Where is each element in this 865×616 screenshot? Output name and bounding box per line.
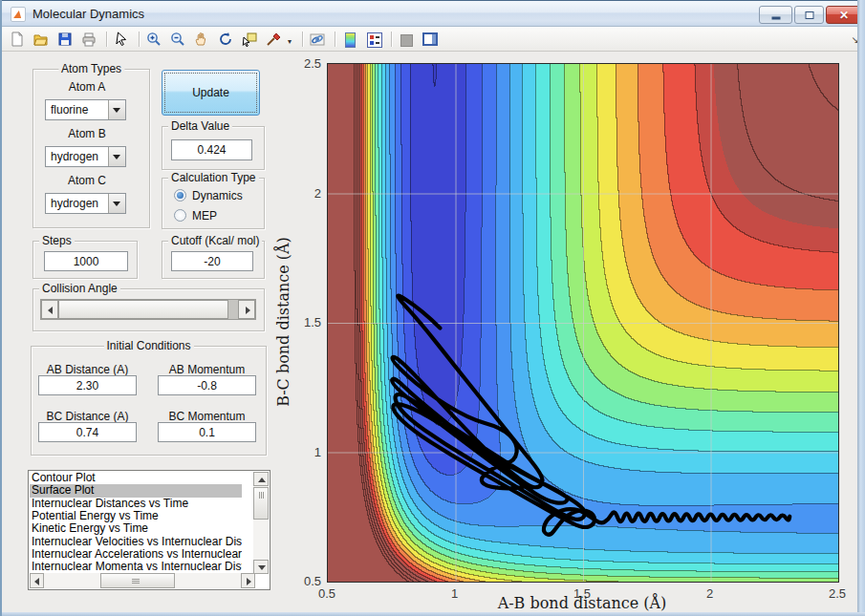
x-tick-label: 2 bbox=[706, 586, 713, 601]
dropdown-arrow-icon[interactable] bbox=[108, 194, 125, 213]
app-window: Molecular Dynamics ✕ ▾↘ Atom Types Atom … bbox=[0, 0, 865, 616]
cutoff-title: Cutoff (Kcal/ mol) bbox=[168, 234, 262, 247]
toolbar-separator bbox=[106, 32, 107, 47]
atom-types-title: Atom Types bbox=[58, 62, 124, 75]
x-tick-label: 1 bbox=[451, 586, 458, 601]
init-label: AB Momentum bbox=[158, 363, 256, 376]
radio-mep[interactable] bbox=[174, 209, 186, 222]
dropdown-arrow-icon[interactable] bbox=[108, 147, 125, 166]
atom-c-dropdown[interactable]: hydrogen bbox=[45, 193, 126, 214]
list-item[interactable]: Potential Energy vs Time bbox=[30, 510, 242, 522]
init-label: BC Momentum bbox=[158, 410, 256, 423]
atom-a-label: Atom A bbox=[47, 80, 127, 94]
init-label: AB Distance (A) bbox=[38, 363, 137, 376]
scroll-left-arrow[interactable] bbox=[30, 573, 44, 588]
listbox-vscrollbar[interactable] bbox=[253, 472, 269, 574]
pes-contour-canvas[interactable] bbox=[327, 63, 839, 583]
vscroll-thumb[interactable] bbox=[253, 487, 269, 520]
data-cursor-icon[interactable] bbox=[240, 30, 259, 49]
slider-thumb[interactable] bbox=[58, 300, 228, 319]
slider-right-arrow[interactable] bbox=[238, 300, 255, 319]
list-item[interactable]: Internuclear Accelerations vs Internucle… bbox=[30, 548, 242, 561]
y-tick-label: 2.5 bbox=[304, 56, 321, 71]
new-document-icon[interactable] bbox=[8, 30, 27, 49]
plot-type-listbox[interactable]: Contour PlotSurface PlotInternuclear Dis… bbox=[28, 470, 270, 590]
init-label: BC Distance (A) bbox=[38, 410, 137, 423]
brush-icon[interactable] bbox=[264, 30, 283, 49]
atom-b-dropdown[interactable]: hydrogen bbox=[45, 146, 126, 167]
pes-plot: 0.511.522.5 0.511.522.5 A-B bond distanc… bbox=[327, 63, 837, 581]
radio-dynamics-label: Dynamics bbox=[192, 189, 243, 202]
atom-c-label: Atom C bbox=[47, 174, 127, 187]
insert-legend-icon[interactable] bbox=[364, 30, 383, 49]
list-item[interactable]: Internuclear Velocities vs Internuclear … bbox=[30, 536, 242, 548]
pointer-icon[interactable] bbox=[112, 30, 131, 49]
calculation-type-title: Calculation Type bbox=[168, 171, 259, 184]
x-tick-label: 2.5 bbox=[829, 586, 846, 601]
toolbar-separator bbox=[302, 32, 303, 47]
listbox-hscrollbar[interactable] bbox=[30, 573, 255, 588]
steps-field[interactable] bbox=[44, 251, 128, 271]
update-button[interactable]: Update bbox=[162, 70, 260, 116]
list-item[interactable]: Surface Plot bbox=[30, 484, 242, 497]
atom-c-value: hydrogen bbox=[51, 197, 98, 210]
insert-colorbar-icon[interactable] bbox=[340, 30, 359, 49]
delta-value-field[interactable] bbox=[171, 139, 252, 160]
init-field[interactable] bbox=[38, 422, 137, 442]
matlab-icon bbox=[11, 7, 26, 22]
collision-angle-slider[interactable] bbox=[40, 299, 256, 320]
open-file-icon[interactable] bbox=[32, 30, 51, 49]
list-item[interactable]: Internuclear Momenta vs Internuclear Dis… bbox=[30, 561, 242, 573]
steps-title: Steps bbox=[39, 234, 75, 247]
radio-dynamics[interactable] bbox=[174, 189, 186, 202]
x-axis-label: A-B bond distance (Å) bbox=[498, 594, 667, 612]
atom-a-value: fluorine bbox=[51, 103, 88, 117]
pan-hand-icon[interactable] bbox=[192, 30, 211, 49]
hide-plot-tools-icon[interactable] bbox=[397, 30, 416, 49]
atom-a-dropdown[interactable]: fluorine bbox=[45, 99, 126, 120]
atom-b-label: Atom B bbox=[47, 127, 127, 140]
x-tick-label: 0.5 bbox=[318, 586, 335, 601]
y-tick-label: 1.5 bbox=[304, 315, 321, 329]
window-right-border bbox=[857, 0, 865, 616]
toolbar-separator bbox=[335, 32, 335, 47]
initial-conditions-title: Initial Conditions bbox=[103, 339, 193, 352]
scroll-right-arrow[interactable] bbox=[241, 573, 255, 588]
save-figure-icon[interactable] bbox=[55, 30, 75, 49]
radio-mep-label: MEP bbox=[192, 209, 217, 223]
delta-value-title: Delta Value bbox=[168, 119, 232, 133]
show-plot-tools-dock-icon[interactable] bbox=[421, 30, 440, 49]
toolbar-separator bbox=[139, 32, 140, 47]
print-figure-icon[interactable] bbox=[79, 30, 98, 49]
restore-button[interactable] bbox=[794, 6, 824, 24]
init-field[interactable] bbox=[158, 375, 256, 395]
atom-b-value: hydrogen bbox=[51, 150, 98, 163]
list-item[interactable]: Contour Plot bbox=[30, 472, 242, 484]
figure-toolbar: ▾↘ bbox=[2, 27, 865, 52]
init-field[interactable] bbox=[158, 422, 256, 442]
minimize-button[interactable] bbox=[759, 6, 792, 24]
toolbar-separator bbox=[391, 32, 392, 47]
y-tick-label: 0.5 bbox=[304, 574, 321, 588]
titlebar[interactable]: Molecular Dynamics ✕ bbox=[2, 0, 865, 27]
brush-dropdown-caret[interactable]: ▾ bbox=[288, 37, 292, 46]
rotate-3d-icon[interactable] bbox=[216, 30, 235, 49]
y-tick-label: 2 bbox=[314, 185, 321, 200]
window-title: Molecular Dynamics bbox=[32, 7, 144, 21]
scroll-down-arrow[interactable] bbox=[253, 560, 269, 574]
zoom-out-icon[interactable] bbox=[168, 30, 187, 49]
init-field[interactable] bbox=[38, 375, 137, 395]
list-item[interactable]: Kinetic Energy vs Time bbox=[30, 522, 242, 535]
link-plot-icon[interactable] bbox=[308, 30, 327, 49]
slider-left-arrow[interactable] bbox=[41, 300, 58, 319]
zoom-in-icon[interactable] bbox=[144, 30, 163, 49]
dropdown-arrow-icon[interactable] bbox=[108, 100, 125, 119]
y-axis-label: B-C bond distance (Å) bbox=[274, 237, 292, 407]
hscroll-thumb[interactable] bbox=[100, 573, 175, 588]
scroll-up-arrow[interactable] bbox=[253, 472, 269, 486]
list-item[interactable]: Internuclear Distances vs Time bbox=[30, 498, 242, 510]
cutoff-field[interactable] bbox=[171, 251, 253, 271]
window-bottom-border bbox=[2, 612, 865, 616]
y-tick-label: 1 bbox=[314, 444, 321, 458]
collision-angle-title: Collision Angle bbox=[39, 282, 120, 295]
